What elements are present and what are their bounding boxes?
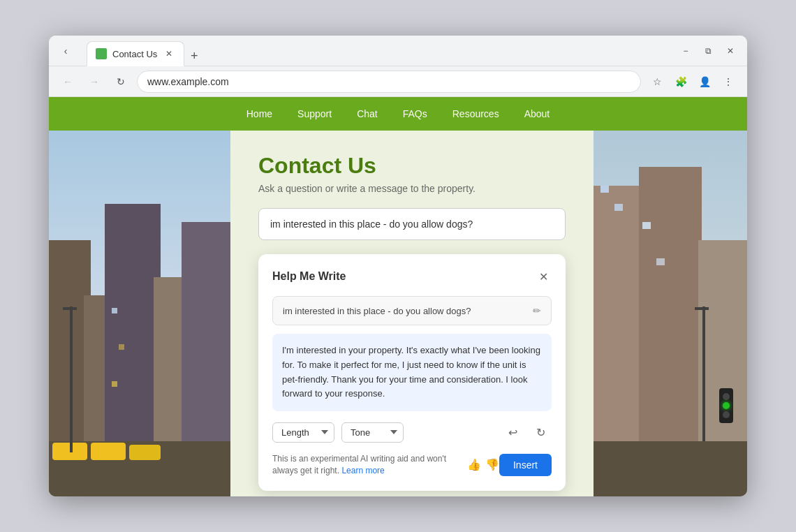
nav-home[interactable]: Home — [246, 108, 272, 119]
chrome-addressbar: ← → ↻ www.example.com ☆ 🧩 👤 ⋮ — [49, 66, 747, 97]
forward-btn[interactable]: → — [84, 71, 105, 92]
chrome-titlebar: ‹ Contact Us ✕ + − ⧉ ✕ — [49, 36, 747, 66]
extensions-btn[interactable]: 🧩 — [670, 71, 691, 92]
insert-btn[interactable]: Insert — [499, 454, 552, 476]
city-bg-right — [594, 131, 747, 496]
message-input[interactable] — [258, 208, 566, 240]
help-me-write-panel: Help Me Write ✕ im interested in this pl… — [258, 254, 566, 491]
site-main: Contact Us Ask a question or write a mes… — [230, 131, 594, 496]
bookmark-btn[interactable]: ☆ — [647, 71, 668, 92]
address-icons: ☆ 🧩 👤 ⋮ — [647, 71, 739, 92]
tab-title: Contact Us — [112, 49, 157, 59]
tab-bar: Contact Us ✕ + — [87, 36, 670, 66]
panel-footer: This is an experimental AI writing aid a… — [272, 453, 552, 477]
tab-controls: ‹ — [56, 41, 75, 61]
url-text: www.example.com — [147, 76, 229, 87]
profile-btn[interactable]: 👤 — [694, 71, 715, 92]
active-tab[interactable]: Contact Us ✕ — [87, 41, 184, 66]
tab-favicon — [96, 48, 107, 59]
minimize-btn[interactable]: − — [676, 41, 695, 61]
menu-btn[interactable]: ⋮ — [718, 71, 739, 92]
back-btn[interactable]: ← — [57, 71, 78, 92]
window-close-btn[interactable]: ✕ — [721, 41, 740, 61]
site-body: Contact Us Ask a question or write a mes… — [49, 131, 747, 496]
nav-chat[interactable]: Chat — [357, 108, 378, 119]
generated-text: I'm interested in your property. It's ex… — [272, 334, 552, 411]
reload-btn[interactable]: ↻ — [110, 71, 131, 92]
nav-about[interactable]: About — [524, 108, 550, 119]
site-nav: Home Support Chat FAQs Resources About — [49, 97, 747, 131]
window-controls: − ⧉ ✕ — [676, 41, 740, 61]
length-dropdown[interactable]: Length Short Medium Long — [272, 422, 334, 443]
control-dropdowns: Length Short Medium Long Tone Formal Cas… — [272, 422, 404, 443]
thumbs-down-btn[interactable]: 👎 — [485, 458, 499, 471]
nav-resources[interactable]: Resources — [452, 108, 499, 119]
page-subtitle: Ask a question or write a message to the… — [258, 183, 566, 194]
tone-dropdown[interactable]: Tone Formal Casual Friendly — [341, 422, 404, 443]
page-title: Contact Us — [258, 153, 566, 179]
maximize-btn[interactable]: ⧉ — [698, 41, 718, 61]
website-content: Home Support Chat FAQs Resources About — [49, 97, 747, 496]
learn-more-link[interactable]: Learn more — [341, 466, 384, 475]
panel-title: Help Me Write — [272, 270, 346, 283]
browser-window: ‹ Contact Us ✕ + − ⧉ ✕ ← → ↻ www.example… — [49, 36, 747, 496]
nav-support[interactable]: Support — [297, 108, 332, 119]
input-preview: im interested in this place - do you all… — [272, 296, 552, 325]
redo-btn[interactable]: ↻ — [529, 421, 552, 443]
new-tab-btn[interactable]: + — [184, 46, 204, 66]
panel-header: Help Me Write ✕ — [272, 268, 552, 285]
panel-controls: Length Short Medium Long Tone Formal Cas… — [272, 421, 552, 443]
undo-btn[interactable]: ↩ — [501, 421, 524, 443]
nav-faqs[interactable]: FAQs — [403, 108, 427, 119]
preview-text: im interested in this place - do you all… — [283, 306, 471, 316]
disclaimer: This is an experimental AI writing aid a… — [272, 453, 460, 477]
address-bar[interactable]: www.example.com — [137, 71, 641, 93]
edit-icon[interactable]: ✏ — [533, 305, 541, 316]
thumbs-up-btn[interactable]: 👍 — [467, 458, 481, 471]
feedback-icons: 👍 👎 — [467, 458, 499, 471]
city-bg-left — [49, 131, 230, 496]
tab-chevron-btn[interactable]: ‹ — [56, 41, 75, 61]
close-panel-btn[interactable]: ✕ — [535, 268, 552, 285]
footer-left: This is an experimental AI writing aid a… — [272, 453, 499, 477]
tab-close-btn[interactable]: ✕ — [163, 47, 175, 60]
regen-controls: ↩ ↻ — [501, 421, 552, 443]
